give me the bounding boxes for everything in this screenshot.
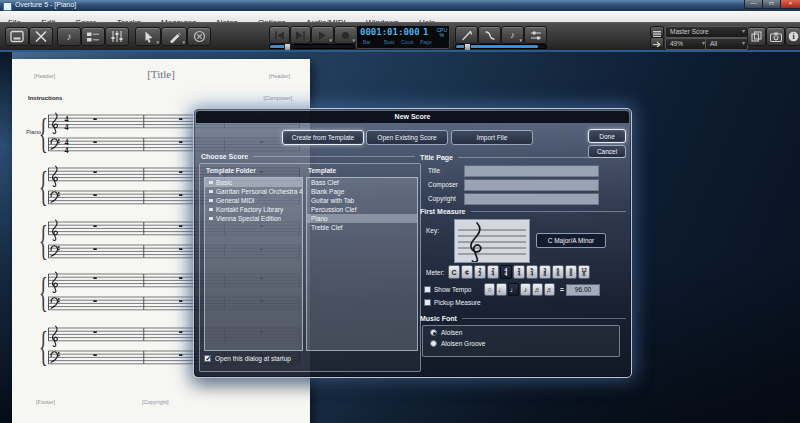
thirtysecond-note-button[interactable]: ♬ — [544, 283, 555, 296]
play-button[interactable]: ▾ — [311, 26, 334, 44]
chevron-down-icon: ▾ — [329, 38, 332, 43]
page-footer: [Footer] — [36, 399, 55, 405]
aloisen-label: Aloisen — [441, 329, 462, 336]
composer-placeholder: [Composer] — [264, 95, 292, 101]
chevron-down-icon: ▾ — [156, 40, 159, 45]
svg-text:4: 4 — [65, 146, 69, 155]
window-title: Overture 5 - [Piano] — [15, 1, 76, 8]
track-list-button[interactable] — [81, 27, 105, 46]
zoom-selector-dropdown[interactable]: 49% — [665, 38, 708, 50]
create-from-template-tab[interactable]: Create from Template — [282, 130, 364, 145]
meter-2-4[interactable]: 24 — [487, 265, 499, 279]
open-existing-score-tab[interactable]: Open Existing Score — [366, 130, 448, 145]
arrow-right-icon — [653, 34, 661, 52]
transport-slider[interactable] — [269, 44, 355, 49]
template-item-guitar-with-tab[interactable]: Guitar with Tab — [307, 196, 417, 205]
score-window-button[interactable] — [5, 27, 29, 46]
view-selector-dropdown[interactable]: Master Score — [665, 26, 748, 38]
template-item-percussion-clef[interactable]: Percussion Clef — [307, 205, 417, 214]
meter-9-8[interactable]: 98 — [565, 265, 577, 279]
template-item-bass-clef[interactable]: Bass Clef — [307, 178, 417, 187]
filter-selector-dropdown[interactable]: All — [705, 38, 748, 50]
template-list[interactable]: Bass Clef Blank Page Guitar with Tab Per… — [306, 177, 418, 351]
template-item-treble-clef[interactable]: Treble Clef — [307, 223, 417, 232]
erase-tool-button[interactable] — [187, 27, 211, 46]
info-button[interactable]: i — [785, 27, 800, 46]
key-select-button[interactable]: C Major/A Minor — [536, 233, 606, 248]
sixteenth-note-button[interactable]: ♬ — [532, 283, 543, 296]
velocity-tool-button[interactable] — [524, 26, 547, 44]
folder-icon — [209, 208, 213, 212]
aloisen-groove-radio[interactable] — [430, 340, 437, 347]
template-item-blank-page[interactable]: Blank Page — [307, 187, 417, 196]
meter-common-time[interactable]: C — [448, 265, 460, 279]
tempo-value-field[interactable]: 96.00 — [566, 284, 600, 296]
dialog-title[interactable]: New Score — [196, 111, 629, 123]
folder-item-basic[interactable]: Basic — [205, 178, 302, 187]
startup-checkbox[interactable] — [204, 355, 211, 362]
rewind-button[interactable] — [269, 26, 290, 44]
aloisen-groove-label: Aloisen Groove — [441, 340, 485, 347]
slur-tool-button[interactable] — [478, 26, 501, 44]
copyright-input[interactable] — [464, 193, 599, 205]
meter-2-2[interactable]: 22 — [474, 265, 486, 279]
folder-item-garritan[interactable]: Garritan Personal Orchestra 4 — [205, 187, 302, 196]
meter-3-4[interactable]: 34 — [513, 265, 525, 279]
app-icon — [3, 2, 12, 11]
track-blocks-icon — [86, 31, 100, 43]
composer-input[interactable] — [464, 179, 599, 191]
done-button[interactable]: Done — [588, 129, 626, 143]
half-note-button[interactable]: ♩ — [496, 283, 507, 296]
eighth-note-button[interactable]: ♪ — [520, 283, 531, 296]
key-signature-preview[interactable] — [454, 219, 530, 263]
tools-icon — [34, 30, 48, 43]
import-file-tab[interactable]: Import File — [451, 130, 533, 145]
meter-cut-time[interactable]: ¢ — [461, 265, 473, 279]
show-tempo-checkbox[interactable] — [424, 286, 431, 293]
document-area: [Header] [Title] [Header] Instructions [… — [0, 50, 800, 423]
tool-slider[interactable] — [455, 44, 547, 49]
folder-item-kontakt[interactable]: Kontakt Factory Library — [205, 205, 302, 214]
snapshot-button[interactable] — [766, 27, 785, 46]
folder-item-vienna[interactable]: Vienna Special Edition — [205, 214, 302, 223]
note-tool-button[interactable]: ♪ ▾ — [501, 26, 524, 44]
folder-item-general-midi[interactable]: General MIDI — [205, 196, 302, 205]
maximize-button[interactable]: ▭ — [762, 0, 781, 9]
pickup-measure-checkbox[interactable] — [424, 299, 431, 306]
parts-button[interactable] — [747, 27, 766, 46]
composer-field-label: Composer — [428, 181, 458, 188]
meter-3-8[interactable]: 38 — [539, 265, 551, 279]
meter-6-8[interactable]: 68 — [552, 265, 564, 279]
forward-button[interactable] — [290, 26, 311, 44]
brace-icon: { — [39, 167, 48, 205]
svg-text:4: 4 — [65, 123, 69, 132]
minimize-button[interactable]: — — [744, 0, 763, 9]
close-button[interactable]: × — [780, 0, 800, 9]
tools-button[interactable] — [29, 27, 53, 46]
fader-icon — [530, 30, 542, 41]
application-window: Overture 5 - [Piano] — ▭ × File Edit Sco… — [0, 0, 800, 423]
folder-icon — [209, 190, 213, 194]
title-page-section-label: Title Page — [420, 154, 626, 161]
record-button[interactable]: ▾ — [334, 26, 357, 44]
meter-12-8[interactable]: 128 — [578, 265, 590, 279]
show-tempo-label: Show Tempo — [434, 286, 471, 293]
meter-4-4[interactable]: 44 — [500, 265, 512, 279]
goto-button[interactable] — [650, 37, 664, 48]
template-folder-list[interactable]: Basic Garritan Personal Orchestra 4 Gene… — [204, 177, 303, 351]
transport-display: 0001:01:000 1 Bar Beat Clock Page CPU% — [356, 25, 450, 49]
select-tool-button[interactable]: ▾ — [135, 27, 161, 46]
whole-note-button[interactable]: ○ — [484, 283, 495, 296]
aloisen-radio[interactable] — [430, 329, 437, 336]
insert-tool-button[interactable] — [455, 26, 478, 44]
tempo-note-row: ○ ♩ ♩ ♪ ♬ ♬ — [484, 283, 555, 296]
template-item-piano[interactable]: Piano — [307, 214, 417, 223]
pencil-tool-button[interactable]: ▾ — [161, 27, 187, 46]
title-input[interactable] — [464, 165, 599, 177]
chevron-down-icon: ▾ — [352, 38, 355, 43]
quarter-note-button[interactable]: ♩ — [508, 283, 519, 296]
mixer-button[interactable] — [105, 27, 129, 46]
meter-5-4[interactable]: 54 — [526, 265, 538, 279]
title-field-label: Title — [428, 167, 440, 174]
notes-palette-button[interactable]: ♪ — [57, 27, 81, 46]
